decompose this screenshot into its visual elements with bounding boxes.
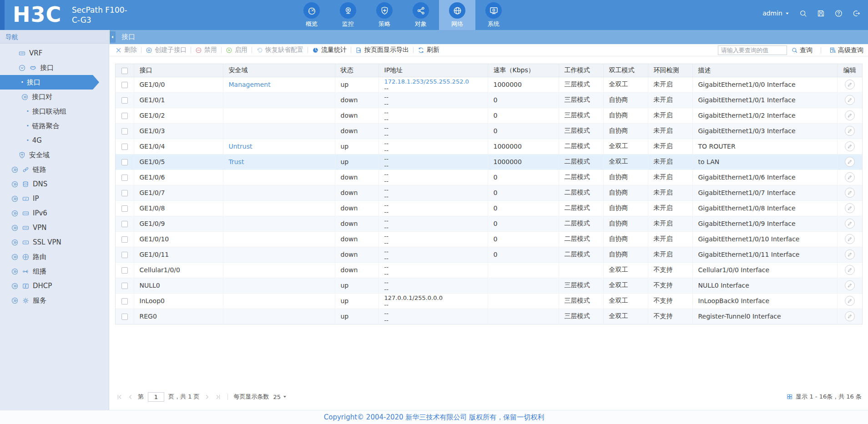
nav-tab-network[interactable]: 网络 xyxy=(439,0,475,30)
sidebar-item-4g[interactable]: ·4G xyxy=(0,133,109,148)
nav-tab-policy[interactable]: 策略 xyxy=(366,0,403,30)
edit-button[interactable] xyxy=(845,265,855,275)
edit-button[interactable] xyxy=(845,249,855,259)
sidebar-item-interface-group[interactable]: 接口 xyxy=(0,60,109,75)
row-checkbox[interactable] xyxy=(121,283,128,289)
page-number-input[interactable] xyxy=(148,392,164,402)
edit-button[interactable] xyxy=(845,296,855,306)
edit-button[interactable] xyxy=(845,110,855,120)
restore-default-button[interactable]: 恢复缺省配置 xyxy=(256,46,303,54)
row-checkbox[interactable] xyxy=(121,221,128,227)
sidebar-item-vpn[interactable]: VPN xyxy=(0,220,109,235)
column-header[interactable]: 环回检测 xyxy=(648,64,692,77)
search-input[interactable] xyxy=(718,45,787,55)
column-header[interactable]: 工作模式 xyxy=(559,64,603,77)
user-menu[interactable]: admin xyxy=(762,10,790,17)
pencil-icon xyxy=(847,159,853,165)
row-checkbox[interactable] xyxy=(121,82,128,88)
row-checkbox[interactable] xyxy=(121,97,128,104)
enable-button[interactable]: 启用 xyxy=(226,46,247,54)
sidebar-item-interface-pair[interactable]: 接口对 xyxy=(0,90,109,104)
edit-button[interactable] xyxy=(845,234,855,244)
column-header[interactable]: 安全域 xyxy=(223,64,335,77)
first-page-button[interactable] xyxy=(116,394,123,400)
column-header[interactable]: 速率（Kbps） xyxy=(488,64,559,77)
edit-button[interactable] xyxy=(845,141,855,151)
sidebar-item-link-aggregation[interactable]: ·链路聚合 xyxy=(0,119,109,133)
sidebar-collapse-button[interactable] xyxy=(110,31,116,43)
edit-button[interactable] xyxy=(845,219,855,229)
column-header[interactable]: IP地址 xyxy=(378,64,488,77)
delete-button[interactable]: 删除 xyxy=(115,46,137,54)
sidebar-item-interface[interactable]: ·接口 xyxy=(0,75,93,90)
row-checkbox[interactable] xyxy=(121,205,128,212)
nav-tab-system[interactable]: 系统 xyxy=(475,0,512,30)
prev-page-button[interactable] xyxy=(127,394,134,400)
search-button[interactable]: 查询 xyxy=(791,46,812,55)
sidebar-item-vrf[interactable]: VRF xyxy=(0,46,109,60)
export-page-button[interactable]: 按页面显示导出 xyxy=(355,46,409,54)
edit-button[interactable] xyxy=(845,126,855,136)
create-subinterface-button[interactable]: 创建子接口 xyxy=(146,46,187,54)
sidebar-item-ipv6[interactable]: IPv6 xyxy=(0,206,109,220)
row-checkbox[interactable] xyxy=(121,298,128,304)
logout-button[interactable] xyxy=(852,9,861,18)
next-page-button[interactable] xyxy=(204,394,211,400)
column-header[interactable]: 状态 xyxy=(335,64,378,77)
sidebar-item-interface-linkage[interactable]: ·接口联动组 xyxy=(0,104,109,119)
help-button[interactable] xyxy=(834,9,843,18)
row-checkbox[interactable] xyxy=(121,236,128,243)
cell-description: GigabitEthernet1/0/3 Interface xyxy=(692,123,837,139)
nav-tab-objects[interactable]: 对象 xyxy=(403,0,439,30)
row-checkbox[interactable] xyxy=(121,175,128,181)
sidebar-item-links[interactable]: 链路 xyxy=(0,162,109,177)
select-all-checkbox[interactable] xyxy=(121,68,128,74)
zone-link[interactable]: Management xyxy=(229,81,271,88)
edit-button[interactable] xyxy=(845,95,855,105)
zone-link[interactable]: Untrust xyxy=(229,143,252,150)
edit-button[interactable] xyxy=(845,172,855,182)
nav-tab-overview[interactable]: 概览 xyxy=(293,0,330,30)
sidebar-item-multicast[interactable]: 组播 xyxy=(0,264,109,279)
tab-interface[interactable]: 接口 xyxy=(121,30,135,44)
edit-button[interactable] xyxy=(845,157,855,167)
sidebar-item-service[interactable]: 服务 xyxy=(0,293,109,308)
zone-link[interactable]: Trust xyxy=(229,158,244,165)
global-search-button[interactable] xyxy=(799,9,807,18)
refresh-button[interactable]: 刷新 xyxy=(418,46,439,54)
edit-button[interactable] xyxy=(845,280,855,290)
cell-loopback: 未开启 xyxy=(648,170,692,185)
row-checkbox[interactable] xyxy=(121,159,128,165)
sidebar-item-dhcp[interactable]: DHCP xyxy=(0,279,109,293)
row-checkbox[interactable] xyxy=(121,267,128,274)
toolbar-button-label: 创建子接口 xyxy=(155,46,187,54)
row-checkbox[interactable] xyxy=(121,113,128,119)
last-page-button[interactable] xyxy=(215,394,222,400)
sidebar-item-dns[interactable]: DNS xyxy=(0,177,109,191)
column-header[interactable]: 接口 xyxy=(134,64,223,77)
advanced-search-button[interactable]: 高级查询 xyxy=(829,46,863,55)
edit-button[interactable] xyxy=(845,311,855,321)
row-checkbox[interactable] xyxy=(121,190,128,196)
row-checkbox[interactable] xyxy=(121,128,128,135)
sidebar-item-ip[interactable]: IP xyxy=(0,191,109,206)
row-checkbox[interactable] xyxy=(121,144,128,150)
nav-tab-monitor[interactable]: 监控 xyxy=(330,0,366,30)
column-header[interactable]: 双工模式 xyxy=(603,64,648,77)
save-config-button[interactable] xyxy=(817,9,825,18)
ip-link[interactable]: 172.18.1.253/255.255.252.0 xyxy=(384,78,482,85)
sidebar-item-routing[interactable]: 路由 xyxy=(0,249,109,264)
cell-duplex: 全双工 xyxy=(603,139,648,154)
per-page-select[interactable]: 25 xyxy=(273,394,288,400)
column-header[interactable]: 编辑 xyxy=(837,64,862,77)
row-checkbox[interactable] xyxy=(121,314,128,320)
sidebar-item-ssl-vpn[interactable]: SSL VPN xyxy=(0,235,109,249)
edit-button[interactable] xyxy=(845,80,855,90)
sidebar-item-security-zone[interactable]: 安全域 xyxy=(0,148,109,162)
edit-button[interactable] xyxy=(845,203,855,213)
column-header[interactable]: 描述 xyxy=(692,64,837,77)
disable-button[interactable]: 禁用 xyxy=(195,46,217,54)
edit-button[interactable] xyxy=(845,188,855,198)
traffic-stats-button[interactable]: 流量统计 xyxy=(312,46,347,54)
row-checkbox[interactable] xyxy=(121,252,128,258)
